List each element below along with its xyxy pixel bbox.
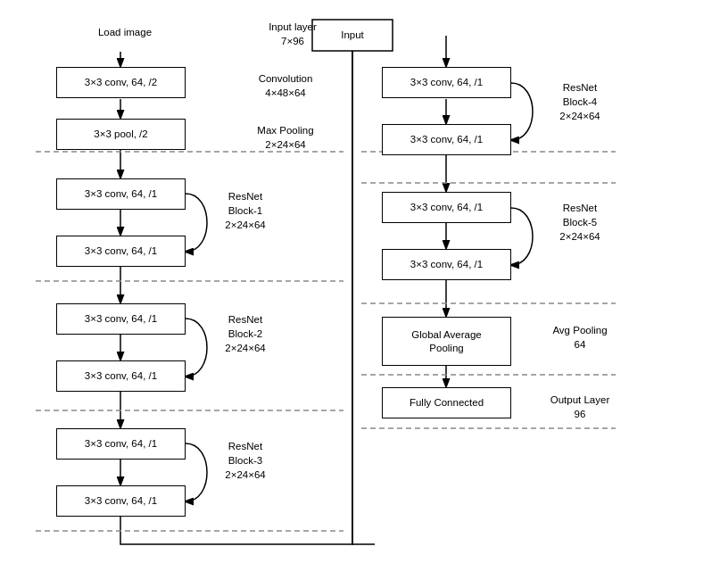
conv1-node: 3×3 conv, 64, /2	[56, 67, 186, 98]
resnet-block1-label: ResNetBlock-12×24×64	[205, 189, 286, 232]
svg-marker-15	[375, 33, 382, 38]
resb3-c1-node: 3×3 conv, 64, /1	[56, 428, 186, 460]
convolution-label: Convolution4×48×64	[236, 71, 335, 100]
resb2-c1-node: 3×3 conv, 64, /1	[56, 303, 186, 335]
svg-text:Input: Input	[341, 29, 364, 40]
resb4-c1-node: 3×3 conv, 64, /1	[382, 67, 511, 98]
resb3-c2-node: 3×3 conv, 64, /1	[56, 485, 186, 517]
maxpooling-label: Max Pooling2×24×64	[236, 123, 335, 152]
neural-network-diagram: Input Load image 3×3 conv, 64, /2 3×3 po…	[0, 0, 720, 588]
resnet-block3-label: ResNetBlock-32×24×64	[205, 439, 286, 482]
resnet-block4-label: ResNetBlock-42×24×64	[535, 80, 625, 123]
resb5-c1-node: 3×3 conv, 64, /1	[382, 192, 511, 223]
resb1-c1-node: 3×3 conv, 64, /1	[56, 178, 186, 210]
resb4-c2-node: 3×3 conv, 64, /1	[382, 124, 511, 155]
output-layer-label: Output Layer96	[535, 393, 625, 421]
pool1-node: 3×3 pool, /2	[56, 119, 186, 150]
resnet-block2-label: ResNetBlock-22×24×64	[205, 312, 286, 355]
input-layer-label: Input layer7×96	[248, 20, 337, 48]
gap-node: Global AveragePooling	[382, 317, 511, 366]
fc-node: Fully Connected	[382, 387, 511, 418]
resnet-block5-label: ResNetBlock-52×24×64	[535, 201, 625, 244]
resb5-c2-node: 3×3 conv, 64, /1	[382, 249, 511, 280]
resb1-c2-node: 3×3 conv, 64, /1	[56, 236, 186, 267]
avg-pooling-label: Avg Pooling64	[535, 323, 625, 352]
load-image-label: Load image	[76, 25, 174, 39]
resb2-c2-node: 3×3 conv, 64, /1	[56, 360, 186, 392]
